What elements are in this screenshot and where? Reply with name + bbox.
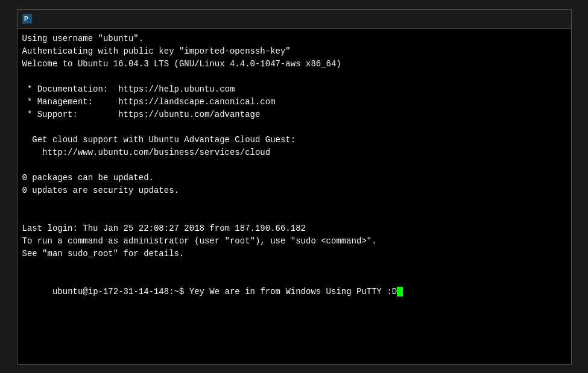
terminal-output: Using username "ubuntu".Authenticating w… (22, 33, 566, 273)
terminal-line (22, 210, 566, 222)
terminal-prompt: ubuntu@ip-172-31-14-148:~$ (52, 287, 184, 296)
terminal-line: See "man sudo_root" for details. (22, 248, 566, 260)
terminal-line: Welcome to Ubuntu 16.04.3 LTS (GNU/Linux… (22, 58, 566, 71)
terminal-line (22, 71, 566, 83)
terminal-line (22, 121, 566, 134)
terminal-line: Last login: Thu Jan 25 22:08:27 2018 fro… (22, 222, 566, 235)
title-bar: P (17, 10, 571, 29)
terminal-line: To run a command as administrator (user … (22, 235, 566, 248)
window-icon: P (22, 14, 32, 24)
maximize-button[interactable] (530, 12, 547, 25)
terminal-line (22, 197, 566, 210)
svg-text:P: P (24, 16, 28, 22)
terminal-line: * Management: https://landscape.canonica… (22, 96, 566, 108)
terminal-command: Yey We are in from Windows Using PuTTY :… (184, 287, 397, 296)
terminal-line: Authenticating with public key "imported… (22, 45, 566, 58)
terminal-line: * Documentation: https://help.ubuntu.com (22, 83, 566, 96)
minimize-button[interactable] (511, 12, 528, 25)
window-controls (504, 12, 566, 25)
terminal-cursor (397, 287, 403, 296)
terminal-line: 0 packages can be updated. (22, 172, 566, 184)
close-button[interactable] (549, 12, 566, 25)
terminal-line: * Support: https://ubuntu.com/advantage (22, 108, 566, 121)
terminal-line (22, 159, 566, 172)
terminal-body[interactable]: Using username "ubuntu".Authenticating w… (17, 29, 571, 364)
terminal-line: Using username "ubuntu". (22, 33, 566, 45)
terminal-line (22, 260, 566, 273)
terminal-prompt-line: ubuntu@ip-172-31-14-148:~$ Yey We are in… (22, 273, 566, 311)
terminal-line: http://www.ubuntu.com/business/services/… (22, 146, 566, 159)
terminal-line: 0 updates are security updates. (22, 184, 566, 197)
terminal-window: P Using username "ubuntu".Authenticating… (17, 9, 572, 365)
terminal-line: Get cloud support with Ubuntu Advantage … (22, 134, 566, 146)
